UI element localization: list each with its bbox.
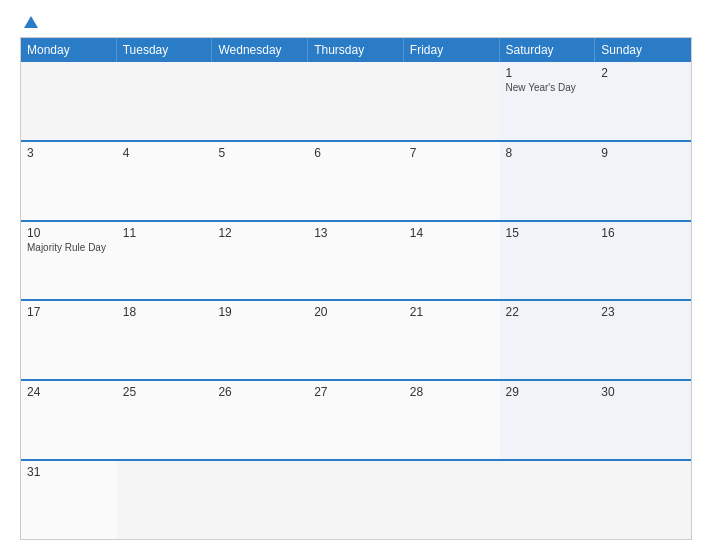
cal-day-empty: [212, 62, 308, 140]
day-number: 11: [123, 226, 207, 240]
calendar-grid: MondayTuesdayWednesdayThursdayFridaySatu…: [20, 37, 692, 540]
day-number: 29: [506, 385, 590, 399]
cal-day-8: 8: [500, 142, 596, 220]
cal-day-1: 1New Year's Day: [500, 62, 596, 140]
country-name: [612, 16, 692, 20]
calendar-body: 1New Year's Day2345678910Majority Rule D…: [21, 62, 691, 539]
cal-header-sunday: Sunday: [595, 38, 691, 62]
day-number: 8: [506, 146, 590, 160]
day-number: 10: [27, 226, 111, 240]
cal-day-26: 26: [212, 381, 308, 459]
cal-header-wednesday: Wednesday: [212, 38, 308, 62]
cal-day-empty: [308, 62, 404, 140]
day-number: 28: [410, 385, 494, 399]
cal-day-20: 20: [308, 301, 404, 379]
day-number: 16: [601, 226, 685, 240]
cal-header-tuesday: Tuesday: [117, 38, 213, 62]
day-number: 5: [218, 146, 302, 160]
cal-day-4: 4: [117, 142, 213, 220]
cal-week-0: 1New Year's Day2: [21, 62, 691, 140]
logo-triangle-icon: [24, 16, 38, 28]
day-number: 1: [506, 66, 590, 80]
day-number: 6: [314, 146, 398, 160]
day-number: 7: [410, 146, 494, 160]
day-number: 13: [314, 226, 398, 240]
day-number: 17: [27, 305, 111, 319]
day-number: 27: [314, 385, 398, 399]
day-event: New Year's Day: [506, 82, 590, 93]
cal-day-6: 6: [308, 142, 404, 220]
calendar-header-row: MondayTuesdayWednesdayThursdayFridaySatu…: [21, 38, 691, 62]
cal-day-14: 14: [404, 222, 500, 300]
cal-day-empty: [117, 62, 213, 140]
cal-day-7: 7: [404, 142, 500, 220]
cal-day-22: 22: [500, 301, 596, 379]
cal-day-12: 12: [212, 222, 308, 300]
day-number: 18: [123, 305, 207, 319]
cal-day-21: 21: [404, 301, 500, 379]
day-number: 22: [506, 305, 590, 319]
cal-day-17: 17: [21, 301, 117, 379]
cal-day-empty: [308, 461, 404, 539]
logo: [20, 16, 100, 29]
cal-week-5: 31: [21, 459, 691, 539]
day-number: 19: [218, 305, 302, 319]
day-event: Majority Rule Day: [27, 242, 111, 253]
day-number: 14: [410, 226, 494, 240]
day-number: 26: [218, 385, 302, 399]
day-number: 23: [601, 305, 685, 319]
header: [20, 16, 692, 29]
day-number: 2: [601, 66, 685, 80]
cal-day-13: 13: [308, 222, 404, 300]
cal-week-4: 24252627282930: [21, 379, 691, 459]
cal-day-empty: [404, 62, 500, 140]
cal-day-empty: [500, 461, 596, 539]
day-number: 4: [123, 146, 207, 160]
cal-day-31: 31: [21, 461, 117, 539]
cal-header-thursday: Thursday: [308, 38, 404, 62]
cal-header-saturday: Saturday: [500, 38, 596, 62]
cal-day-5: 5: [212, 142, 308, 220]
cal-header-friday: Friday: [404, 38, 500, 62]
cal-header-monday: Monday: [21, 38, 117, 62]
day-number: 20: [314, 305, 398, 319]
day-number: 9: [601, 146, 685, 160]
cal-day-30: 30: [595, 381, 691, 459]
cal-day-2: 2: [595, 62, 691, 140]
day-number: 24: [27, 385, 111, 399]
cal-day-18: 18: [117, 301, 213, 379]
cal-week-1: 3456789: [21, 140, 691, 220]
day-number: 21: [410, 305, 494, 319]
cal-week-3: 17181920212223: [21, 299, 691, 379]
cal-day-11: 11: [117, 222, 213, 300]
day-number: 3: [27, 146, 111, 160]
cal-day-29: 29: [500, 381, 596, 459]
cal-day-28: 28: [404, 381, 500, 459]
day-number: 15: [506, 226, 590, 240]
day-number: 12: [218, 226, 302, 240]
calendar-page: MondayTuesdayWednesdayThursdayFridaySatu…: [0, 0, 712, 550]
cal-day-9: 9: [595, 142, 691, 220]
day-number: 30: [601, 385, 685, 399]
cal-day-empty: [404, 461, 500, 539]
cal-day-24: 24: [21, 381, 117, 459]
day-number: 31: [27, 465, 111, 479]
cal-day-empty: [212, 461, 308, 539]
cal-day-empty: [595, 461, 691, 539]
cal-day-27: 27: [308, 381, 404, 459]
cal-day-empty: [21, 62, 117, 140]
cal-day-23: 23: [595, 301, 691, 379]
logo-blue-row: [20, 16, 38, 29]
cal-day-16: 16: [595, 222, 691, 300]
cal-day-19: 19: [212, 301, 308, 379]
day-number: 25: [123, 385, 207, 399]
cal-day-15: 15: [500, 222, 596, 300]
cal-day-25: 25: [117, 381, 213, 459]
cal-day-10: 10Majority Rule Day: [21, 222, 117, 300]
cal-week-2: 10Majority Rule Day111213141516: [21, 220, 691, 300]
cal-day-3: 3: [21, 142, 117, 220]
cal-day-empty: [117, 461, 213, 539]
